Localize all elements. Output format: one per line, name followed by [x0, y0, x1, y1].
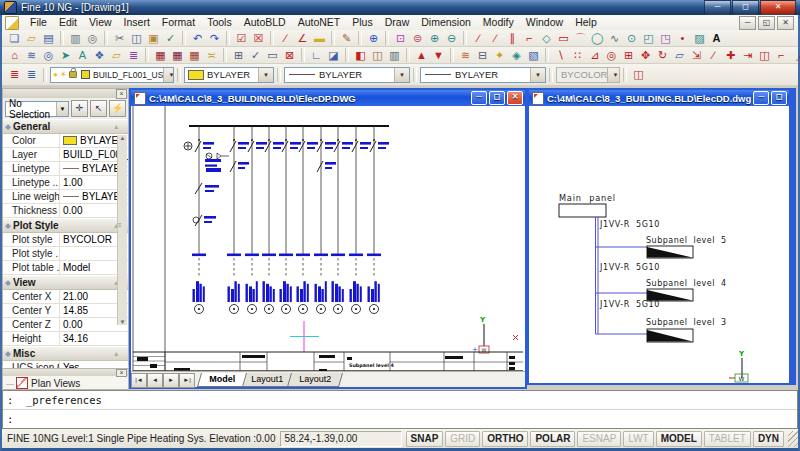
scrollbar-grip[interactable]: ≡: [118, 222, 128, 238]
property-row[interactable]: Center X21.00: [3, 290, 128, 304]
property-row[interactable]: ColorBYLAYER: [3, 134, 128, 148]
chevron-down-icon[interactable]: ▼: [394, 68, 409, 82]
menu-view[interactable]: View: [83, 16, 118, 28]
menu-help[interactable]: Help: [569, 16, 603, 28]
zoom-realtime-icon[interactable]: ⊕: [365, 31, 382, 46]
tab-first-button[interactable]: |◄: [131, 373, 147, 388]
selection-combo[interactable]: No Selection ▼: [5, 101, 69, 117]
menu-format[interactable]: Format: [156, 16, 201, 28]
layer-lock-icon[interactable]: [69, 71, 77, 78]
property-row[interactable]: LinetypeBYLAYER: [3, 162, 128, 176]
scale-icon[interactable]: ▱: [671, 48, 688, 63]
close-button[interactable]: ✕: [760, 0, 796, 15]
net-panel-2-icon[interactable]: ▦: [169, 48, 186, 63]
construction-line-icon[interactable]: ∕: [487, 31, 504, 46]
menu-plus[interactable]: Plus: [346, 16, 378, 28]
menu-autonet[interactable]: AutoNET: [292, 16, 347, 28]
property-row[interactable]: Center Z0.00: [3, 318, 128, 332]
property-row[interactable]: Plot styleBYCOLOR: [3, 233, 128, 247]
child-close-button[interactable]: ✕: [507, 91, 523, 105]
ucs-icon[interactable]: ∟: [308, 48, 325, 63]
stats-icon[interactable]: ▧: [525, 48, 542, 63]
lengthen-icon[interactable]: ∕: [705, 48, 722, 63]
tab-last-button[interactable]: ►|: [179, 373, 195, 388]
quick-select-button[interactable]: ⚡: [109, 100, 126, 117]
chevron-down-icon[interactable]: ▼: [530, 68, 545, 82]
menu-insert[interactable]: Insert: [118, 16, 156, 28]
bld-elevations-icon[interactable]: ≋: [23, 48, 40, 63]
menu-window[interactable]: Window: [520, 16, 569, 28]
navigate-icon[interactable]: ◈: [508, 48, 525, 63]
toggle-ortho[interactable]: ORTHO: [482, 431, 528, 447]
menu-dimension[interactable]: Dimension: [415, 16, 477, 28]
section-header[interactable]: ◆General▴: [3, 119, 128, 134]
section-header[interactable]: ◆Misc▴: [3, 346, 128, 361]
menu-edit[interactable]: Edit: [53, 16, 83, 28]
make-object-layer-icon[interactable]: ◫: [630, 67, 647, 82]
command-prompt[interactable]: :: [3, 410, 797, 428]
property-row[interactable]: LayerBUILD_FL001_: [3, 148, 128, 162]
layer-states-icon[interactable]: ⊟: [474, 48, 491, 63]
chamfer-icon[interactable]: ⌐: [773, 48, 790, 63]
scroll-up-icon[interactable]: ▲: [120, 135, 126, 141]
level-down-icon[interactable]: ▼: [430, 48, 447, 63]
property-row[interactable]: Plot table ...Model: [3, 261, 128, 275]
multiline-icon[interactable]: ∥: [504, 31, 521, 46]
property-row[interactable]: Linetype ...1.00: [3, 176, 128, 190]
menu-modify[interactable]: Modify: [477, 16, 520, 28]
property-row[interactable]: Thickness0.00: [3, 204, 128, 218]
zoom-window-icon[interactable]: ⊡: [392, 31, 409, 46]
copy-icon[interactable]: ◫: [128, 31, 145, 46]
palette-close-icon[interactable]: ×: [116, 89, 127, 99]
elecdd-canvas[interactable]: Main panelJ1VV-R 5G10Subpanel level 5J1V…: [529, 106, 789, 383]
toggle-pickadd-button[interactable]: ✛: [71, 100, 88, 117]
array-icon[interactable]: ⊞: [620, 48, 637, 63]
drawing-check-icon[interactable]: ☑: [233, 31, 250, 46]
toggle-grid[interactable]: GRID: [445, 431, 480, 447]
text-icon[interactable]: A: [708, 31, 725, 46]
undo-icon[interactable]: ↶: [189, 31, 206, 46]
mdi-minimize-button[interactable]: ─: [739, 16, 756, 30]
spline-icon[interactable]: ∿: [606, 31, 623, 46]
plan-views-item[interactable]: — Plan Views: [3, 376, 128, 390]
level-up-icon[interactable]: ▲: [413, 48, 430, 63]
toggle-snap[interactable]: SNAP: [406, 431, 444, 447]
single-viewport-icon[interactable]: ▭: [264, 48, 281, 63]
sketch-icon[interactable]: ✎: [338, 31, 355, 46]
ruler-icon[interactable]: ▬: [311, 31, 328, 46]
polyline-icon[interactable]: ⌐: [521, 31, 538, 46]
distance-icon[interactable]: ∕: [277, 31, 294, 46]
plan-views-header[interactable]: ×: [3, 369, 128, 376]
circle-icon[interactable]: ◯: [589, 31, 606, 46]
polygonal-viewport-icon[interactable]: ⊠: [281, 48, 298, 63]
net-panel-1-icon[interactable]: ▦: [152, 48, 169, 63]
page-setup-icon[interactable]: ▥: [386, 48, 403, 63]
zoom-in-icon[interactable]: ⊕: [426, 31, 443, 46]
menu-tools[interactable]: Tools: [201, 16, 238, 28]
tab-layout2[interactable]: Layout2: [287, 373, 343, 387]
rectangle-icon[interactable]: ▭: [555, 31, 572, 46]
toggle-model[interactable]: MODEL: [656, 431, 702, 447]
ellipse-icon[interactable]: ⊙: [623, 31, 640, 46]
rotate-icon[interactable]: ↻: [654, 48, 671, 63]
toolbox-icon[interactable]: ✦: [491, 48, 508, 63]
mdi-restore-button[interactable]: ◱: [758, 16, 775, 30]
layer-on-icon[interactable]: ●: [53, 70, 58, 79]
titlebar[interactable]: Fine 10 NG - [Drawing1] ─ ◻ ✕: [0, 0, 800, 15]
child-maximize-button[interactable]: ◻: [489, 91, 505, 105]
ucs-settings-icon[interactable]: ◪: [325, 48, 342, 63]
toggle-lwt[interactable]: LWT: [623, 431, 653, 447]
select-objects-button[interactable]: ↖: [90, 100, 107, 117]
redo-icon[interactable]: ↷: [206, 31, 223, 46]
mdi-close-button[interactable]: ✕: [777, 16, 794, 30]
resize-grip[interactable]: [788, 431, 798, 447]
hatch-icon[interactable]: ▨: [691, 31, 708, 46]
offset-icon[interactable]: ◎: [603, 48, 620, 63]
print-preview-icon[interactable]: ◎: [84, 31, 101, 46]
angle-icon[interactable]: ∠: [294, 31, 311, 46]
bld-layers-icon[interactable]: ≣: [125, 48, 142, 63]
property-row[interactable]: Center Y14.85: [3, 304, 128, 318]
bld-zoom-plan-icon[interactable]: ◎: [40, 48, 57, 63]
child-minimize-button[interactable]: ─: [471, 91, 487, 105]
erase-icon[interactable]: ∖: [552, 48, 569, 63]
